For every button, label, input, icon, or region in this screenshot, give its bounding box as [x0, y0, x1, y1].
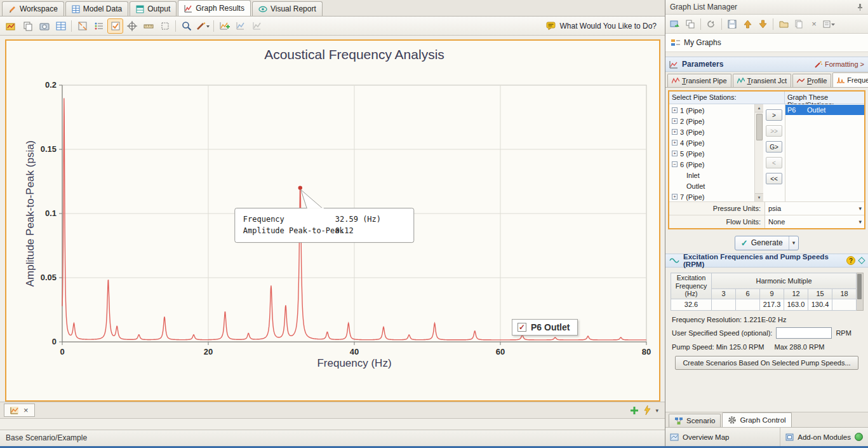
overview-map-bar[interactable]: Overview Map	[665, 433, 780, 441]
tree-item-pipe-5[interactable]: +5 (Pipe)	[669, 148, 754, 159]
expand-icon[interactable]: +	[672, 194, 678, 200]
tree-item-pipe-7[interactable]: +7 (Pipe)	[669, 191, 754, 201]
crosshair-icon[interactable]	[124, 18, 140, 34]
tab-profile[interactable]: Profile	[792, 74, 831, 87]
tree-item-pipe-6[interactable]: −6 (Pipe)	[669, 159, 754, 170]
create-scenarios-button[interactable]: Create Scenarios Based On Selected Pump …	[675, 356, 858, 370]
graph-these-pipes-header: Graph These Pipes/Stations:	[785, 92, 864, 104]
tab-graph-results[interactable]: Graph Results	[178, 0, 251, 16]
expand-icon[interactable]: +	[672, 151, 678, 156]
my-graphs-item[interactable]: My Graphs	[684, 38, 721, 47]
flow-units-select[interactable]: None ▾	[765, 215, 864, 228]
parameters-header: Parameters Formatting >	[665, 57, 868, 72]
table-row[interactable]: 32.6 217.3 163.0 130.4	[671, 299, 857, 310]
addon-modules-bar[interactable]: Add-on Modules	[780, 428, 868, 446]
add-selected-button[interactable]: >	[766, 109, 782, 121]
graph-list-manager-header: Graph List Manager	[665, 0, 868, 15]
tab-output[interactable]: Output	[130, 1, 177, 16]
legend-checkbox[interactable]: ✓	[517, 323, 526, 332]
scrollbar-thumb[interactable]	[756, 114, 763, 140]
copy-graph-icon[interactable]	[20, 18, 36, 34]
show-data-grid-icon[interactable]	[53, 18, 69, 34]
pipe-station-selection: Select Pipe Stations: Graph These Pipes/…	[668, 90, 865, 229]
refresh-graph-icon[interactable]	[704, 17, 718, 31]
ruler-icon[interactable]	[140, 18, 156, 34]
delete-graph-icon[interactable]: ×	[807, 17, 821, 31]
tab-transient-pipe[interactable]: Transient Pipe	[667, 74, 731, 87]
tree-item-pipe-2[interactable]: +2 (Pipe)	[669, 116, 754, 126]
tab-transient-jct[interactable]: Transient Jct	[733, 74, 792, 87]
pin-icon[interactable]	[857, 3, 864, 11]
tree-item-pipe-4[interactable]: +4 (Pipe)	[669, 137, 754, 148]
y-tick-label: 0.15	[41, 144, 57, 154]
generate-button[interactable]: ✓ Generate ▾	[735, 236, 799, 250]
quick-format-icon[interactable]	[195, 18, 211, 34]
add-all-button[interactable]: >>	[766, 125, 782, 137]
scroll-down-icon[interactable]: ▼	[755, 193, 763, 201]
apply-graph-icon[interactable]	[668, 17, 682, 31]
graph-results-panel: 02040608000.050.10.150.2Frequency32.59 (…	[5, 39, 660, 402]
tab-graph-control[interactable]: Graph Control	[722, 412, 791, 427]
tab-workspace[interactable]: Workspace	[2, 1, 64, 16]
quick-graph-icon[interactable]	[643, 405, 651, 415]
show-checkboxes-icon[interactable]	[107, 18, 123, 34]
pressure-units-select[interactable]: psia ▾	[765, 202, 864, 215]
copy-item-icon[interactable]	[792, 17, 806, 31]
save-graph-icon[interactable]	[725, 17, 739, 31]
tree-item-pipe-1[interactable]: +1 (Pipe)	[669, 105, 754, 116]
expand-icon[interactable]: +	[672, 118, 678, 124]
tree-item-inlet[interactable]: Inlet	[669, 170, 754, 180]
zoom-icon[interactable]	[178, 18, 194, 34]
scroll-up-icon[interactable]: ▲	[755, 104, 763, 112]
tree-item-outlet[interactable]: Outlet	[669, 180, 754, 191]
series-marker[interactable]	[298, 186, 302, 189]
what-would-you-like-to-do-link[interactable]: What Would You Like to Do?	[546, 22, 662, 31]
load-graph-icon[interactable]	[3, 18, 19, 34]
collapse-section-icon[interactable]	[858, 257, 865, 264]
expand-icon[interactable]: +	[672, 107, 678, 113]
legend[interactable]: ✓ P6 Outlet	[512, 319, 578, 336]
scenario-icon	[674, 417, 683, 425]
x-tick-label: 20	[204, 347, 213, 356]
list-options-icon[interactable]	[822, 17, 836, 31]
user-speed-input[interactable]	[776, 327, 832, 339]
format-list-icon[interactable]	[91, 18, 107, 34]
tab-frequency[interactable]: Frequency	[832, 72, 868, 87]
move-up-icon[interactable]	[740, 17, 754, 31]
move-down-icon[interactable]	[756, 17, 770, 31]
frequency-plot[interactable]: 02040608000.050.10.150.2Frequency32.59 (…	[6, 41, 659, 400]
new-folder-icon[interactable]	[777, 17, 791, 31]
formatting-link[interactable]: Formatting >	[815, 60, 864, 68]
remove-all-button[interactable]: <<	[766, 173, 782, 184]
export-image-icon[interactable]	[36, 18, 52, 34]
scrollbar-thumb[interactable]	[857, 274, 862, 299]
tab-scenario[interactable]: Scenario	[669, 414, 721, 427]
tree-scrollbar[interactable]: ▲ ▼	[754, 104, 763, 201]
close-tab-icon[interactable]: ×	[23, 406, 29, 414]
box-zoom-icon[interactable]	[157, 18, 173, 34]
add-graph-icon[interactable]	[217, 18, 232, 34]
graphed-station-row[interactable]: P6 Outlet	[785, 105, 864, 115]
graph-settings-icon[interactable]	[250, 18, 265, 34]
flow-units-label: Flow Units:	[669, 218, 765, 226]
profile-icon	[797, 78, 805, 84]
expand-icon[interactable]: +	[672, 140, 678, 146]
tab-model-data[interactable]: Model Data	[65, 1, 128, 16]
graph-document-tab[interactable]: ×	[4, 404, 35, 417]
remove-selected-button[interactable]: <	[766, 157, 782, 168]
table-scrollbar[interactable]	[857, 273, 864, 311]
tab-visual-report[interactable]: Visual Report	[252, 1, 323, 16]
collapse-icon[interactable]: −	[672, 161, 678, 167]
chevron-down-icon: ▾	[858, 205, 864, 212]
add-group-button[interactable]: G>	[766, 141, 782, 153]
add-graph-tab-icon[interactable]	[630, 406, 639, 415]
excitation-title: Excitation Frequencies and Pump Speeds (…	[683, 253, 843, 268]
update-graph-icon[interactable]	[233, 18, 249, 34]
help-icon[interactable]: ?	[846, 256, 855, 265]
tree-item-pipe-3[interactable]: +3 (Pipe)	[669, 126, 754, 137]
generate-dropdown-icon[interactable]: ▾	[789, 236, 799, 250]
expand-icon[interactable]: +	[672, 129, 678, 135]
duplicate-graph-icon[interactable]	[683, 17, 697, 31]
zoom-extents-icon[interactable]	[74, 18, 90, 34]
quick-graph-caret-icon[interactable]: ▾	[655, 407, 658, 414]
